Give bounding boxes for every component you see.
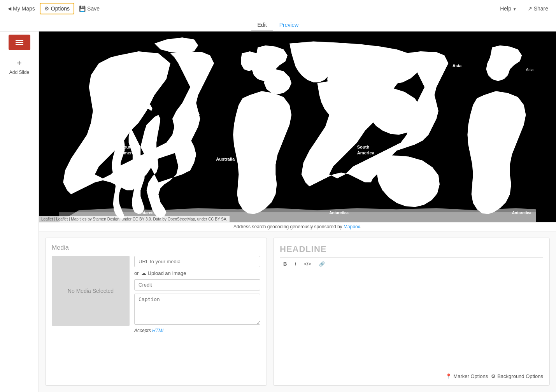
marker-options-button[interactable]: 📍 Marker Options xyxy=(446,373,488,379)
tab-preview-label: Preview xyxy=(279,22,299,28)
svg-text:Africa: Africa xyxy=(492,133,505,138)
svg-text:Australia: Australia xyxy=(398,183,417,188)
svg-text:Antarctica: Antarctica xyxy=(512,211,531,215)
my-maps-button[interactable]: ◀ My Maps xyxy=(5,3,38,14)
tab-bar: Edit Preview xyxy=(0,17,556,32)
pin-icon: 📍 xyxy=(446,373,452,379)
options-button[interactable]: ⚙ Options xyxy=(40,3,74,14)
bold-button[interactable]: B xyxy=(280,259,290,268)
upload-image-button[interactable]: ☁ Upload an Image xyxy=(141,270,186,276)
media-content: No Media Selected or ☁ Upload an Image xyxy=(52,256,260,333)
share-button[interactable]: ↗ Share xyxy=(524,3,551,14)
link-icon: 🔗 xyxy=(319,261,325,267)
tab-edit[interactable]: Edit xyxy=(251,19,273,31)
italic-button[interactable]: I xyxy=(291,259,300,268)
save-label: Save xyxy=(87,5,100,12)
tab-preview[interactable]: Preview xyxy=(273,19,305,31)
media-form: or ☁ Upload an Image Accepts HTML xyxy=(134,256,260,333)
hamburger-icon xyxy=(16,40,23,45)
headline-section: HEADLINE B I </> 🔗 xyxy=(273,238,550,386)
share-label: Share xyxy=(534,5,548,12)
or-label: or xyxy=(134,270,139,276)
media-url-input[interactable] xyxy=(134,256,260,267)
address-bar: Address search geocoding generously spon… xyxy=(39,222,556,231)
nav-left: ◀ My Maps ⚙ Options 💾 Save xyxy=(5,3,103,14)
background-options-label: Background Options xyxy=(497,373,543,379)
svg-text:Africa: Africa xyxy=(254,133,267,138)
my-maps-label: My Maps xyxy=(13,5,35,12)
back-arrow-icon: ◀ xyxy=(8,6,11,11)
media-placeholder: No Media Selected xyxy=(52,256,130,326)
code-button[interactable]: </> xyxy=(300,259,315,268)
svg-text:America: America xyxy=(415,111,432,116)
nav-right: Help ▼ ↗ Share xyxy=(497,3,551,14)
accepts-prefix: Accepts xyxy=(134,328,152,333)
svg-text:South: South xyxy=(357,145,370,149)
top-navigation: ◀ My Maps ⚙ Options 💾 Save Help ▼ ↗ Shar… xyxy=(0,0,556,17)
svg-text:America: America xyxy=(121,150,138,155)
attribution-text: Leaflet | Leaflet | Map tiles by Stamen … xyxy=(41,217,227,221)
svg-text:rica: rica xyxy=(107,105,114,110)
help-label: Help xyxy=(500,5,511,12)
address-search-text: Address search geocoding generously spon… xyxy=(233,224,342,229)
plus-icon: + xyxy=(17,58,22,68)
map-svg: North America South America Europe Afric… xyxy=(39,32,556,222)
accepts-html-text: Accepts HTML xyxy=(134,328,260,333)
main-layout: + Add Slide xyxy=(0,32,556,392)
svg-text:Europe: Europe xyxy=(488,67,503,72)
svg-text:America: America xyxy=(182,111,200,116)
link-button[interactable]: 🔗 xyxy=(316,259,328,268)
svg-text:Asia: Asia xyxy=(453,63,462,68)
bottom-actions: 📍 Marker Options ⚙ Background Options xyxy=(280,370,543,379)
svg-text:Australia: Australia xyxy=(216,157,235,161)
svg-text:Antarctica: Antarctica xyxy=(329,211,349,215)
bold-label: B xyxy=(283,261,287,267)
help-button[interactable]: Help ▼ xyxy=(497,3,520,14)
left-sidebar: + Add Slide xyxy=(0,32,39,392)
mapbox-link[interactable]: Mapbox xyxy=(344,224,360,229)
share-icon: ↗ xyxy=(528,5,532,12)
options-label: Options xyxy=(51,5,70,12)
cloud-upload-icon: ☁ xyxy=(141,270,146,276)
headline-editor[interactable] xyxy=(280,272,543,370)
content-area: North America South America Europe Afric… xyxy=(39,32,556,392)
html-link[interactable]: HTML xyxy=(152,328,165,333)
italic-label: I xyxy=(295,261,296,267)
svg-text:Antarctica: Antarctica xyxy=(139,211,158,215)
background-options-button[interactable]: ⚙ Background Options xyxy=(491,373,543,379)
bottom-panel: Media No Media Selected or ☁ Upload an I… xyxy=(39,231,556,392)
map-attribution: Leaflet | Leaflet | Map tiles by Stamen … xyxy=(39,216,230,222)
add-slide-label: Add Slide xyxy=(9,70,29,75)
map-container[interactable]: North America South America Europe Afric… xyxy=(39,32,556,222)
upload-label: Upload an Image xyxy=(148,270,186,276)
gear-icon: ⚙ xyxy=(44,5,49,12)
svg-text:America: America xyxy=(357,150,375,155)
upload-row: or ☁ Upload an Image xyxy=(134,270,260,276)
add-slide-button[interactable]: + Add Slide xyxy=(9,58,29,75)
marker-options-label: Marker Options xyxy=(453,373,488,379)
help-arrow-icon: ▼ xyxy=(513,7,517,11)
media-title: Media xyxy=(52,244,260,251)
headline-title: HEADLINE xyxy=(280,244,543,254)
code-label: </> xyxy=(304,261,311,267)
slide-menu-button[interactable] xyxy=(9,35,30,50)
svg-text:South: South xyxy=(121,145,133,149)
no-media-label: No Media Selected xyxy=(68,288,114,294)
save-icon: 💾 xyxy=(79,5,86,12)
svg-text:Europe: Europe xyxy=(253,67,268,72)
credit-input[interactable] xyxy=(134,279,260,290)
save-button[interactable]: 💾 Save xyxy=(76,3,103,14)
caption-textarea[interactable] xyxy=(134,294,260,325)
svg-text:Asia: Asia xyxy=(526,68,533,72)
svg-text:North: North xyxy=(182,105,194,110)
svg-text:North: North xyxy=(417,105,428,110)
svg-text:Asia: Asia xyxy=(333,63,342,68)
gear-bg-icon: ⚙ xyxy=(491,373,496,379)
tab-edit-label: Edit xyxy=(258,22,267,28)
media-section: Media No Media Selected or ☁ Upload an I… xyxy=(45,238,267,386)
headline-toolbar: B I </> 🔗 xyxy=(280,257,543,270)
